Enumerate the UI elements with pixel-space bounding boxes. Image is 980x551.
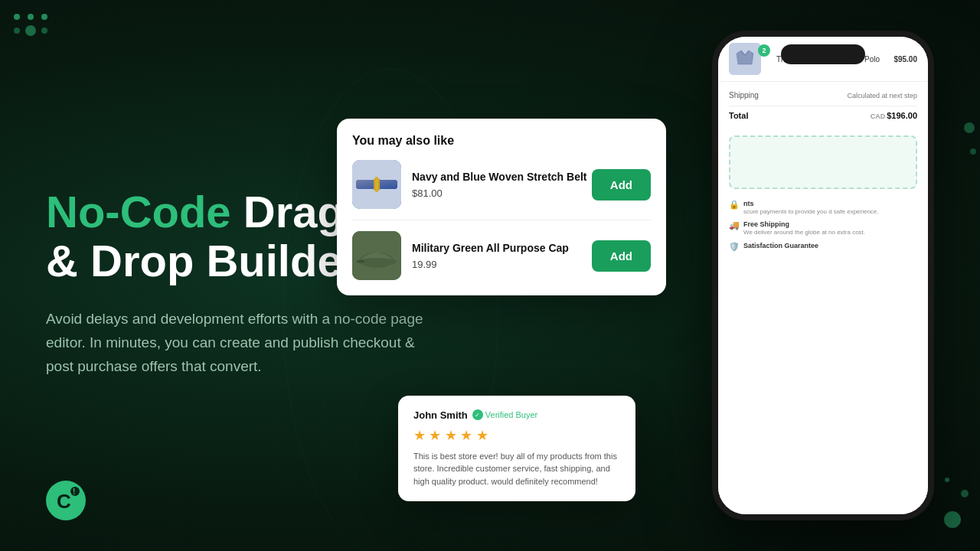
subtext: Avoid delays and development efforts wit… [46,307,444,379]
review-text: This is best store ever! buy all of my p… [413,450,620,488]
star-1: ★ [413,428,426,443]
total-currency: CAD [871,112,886,120]
content-wrapper: No-Code Drag& Drop Builder Avoid delays … [0,0,980,551]
svg-rect-16 [357,260,364,262]
cap-image [352,231,401,280]
belt-product-name: Navy and Blue Woven Stretch Belt [412,170,592,184]
svg-rect-11 [375,177,378,192]
star-2: ★ [429,428,441,443]
svg-text:C: C [57,490,71,513]
free-shipping-desc: We deliver around the globe at no extra … [743,229,865,236]
verified-checkmark-icon: ✓ [472,409,483,420]
product-row-belt: Navy and Blue Woven Stretch Belt $81.00 … [352,160,651,220]
cap-product-info: Military Green All Purpose Cap 19.99 [412,241,592,269]
phone-secure-section: 🔒 nts scure payments to provide you d sa… [718,195,928,261]
headline-nocode: No-Code [46,187,231,236]
star-5: ★ [476,428,488,443]
phone-notch [781,44,865,64]
phone-free-shipping-row: 🚚 Free Shipping We deliver around the gl… [729,220,917,236]
belt-product-price: $81.00 [412,187,592,199]
reviewer-row: John Smith ✓ Verified Buyer [413,409,620,421]
belt-add-button[interactable]: Add [592,169,651,201]
belt-thumbnail [352,160,401,209]
payments-title: nts [743,200,879,207]
right-panel: 2 The Original Dress Collar Polo $95.00 … [490,0,980,551]
verified-label: Verified Buyer [485,410,537,419]
product-row-cap: Military Green All Purpose Cap 19.99 Add [352,231,651,280]
svg-text:!: ! [73,487,75,496]
cap-add-button[interactable]: Add [592,240,651,272]
payments-desc: scure payments to provide you d safe exp… [743,208,879,216]
cap-product-name: Military Green All Purpose Cap [412,241,592,255]
reviewer-name: John Smith [413,409,468,421]
total-amount: $196.00 [887,111,917,120]
logo-icon: C ! [46,481,86,520]
also-like-title: You may also like [352,134,651,148]
lock-icon: 🔒 [729,200,740,210]
star-4: ★ [460,428,472,443]
phone-promo-box [729,135,917,189]
star-3: ★ [445,428,457,443]
logo: C ! [46,481,86,520]
total-value: CAD$196.00 [871,111,917,120]
phone-shipping-section: Shipping Calculated at next step Total C… [718,82,928,129]
total-label: Total [729,111,748,120]
phone-total-row: Total CAD$196.00 [729,106,917,123]
verified-badge: ✓ Verified Buyer [472,409,537,420]
shipping-value: Calculated at next step [847,92,917,99]
belt-product-info: Navy and Blue Woven Stretch Belt $81.00 [412,170,592,198]
cart-item-price: $95.00 [893,55,917,64]
free-shipping-title: Free Shipping [743,220,865,228]
cap-product-price: 19.99 [412,259,592,270]
belt-image [352,160,401,209]
cap-thumbnail [352,231,401,280]
phone-guarantee-row: 🛡️ Satisfaction Guarantee [729,242,917,252]
phone-shipping-row: Shipping Calculated at next step [729,88,917,103]
also-like-card: You may also like [337,119,666,295]
stars-row: ★ ★ ★ ★ ★ [413,427,620,444]
shipping-label: Shipping [729,91,759,99]
cart-item-thumbnail [729,43,761,75]
phone-screen: 2 The Original Dress Collar Polo $95.00 … [718,37,928,514]
guarantee-title: Satisfaction Guarantee [743,242,818,249]
cart-badge: 2 [758,44,770,57]
phone-payments-row: 🔒 nts scure payments to provide you d sa… [729,200,917,216]
polo-shirt-icon [729,43,761,75]
review-card: John Smith ✓ Verified Buyer ★ ★ ★ ★ ★ Th… [398,396,635,502]
phone-mockup: 2 The Original Dress Collar Polo $95.00 … [712,31,934,520]
shield-icon: 🛡️ [729,242,740,252]
truck-icon: 🚚 [729,220,740,230]
